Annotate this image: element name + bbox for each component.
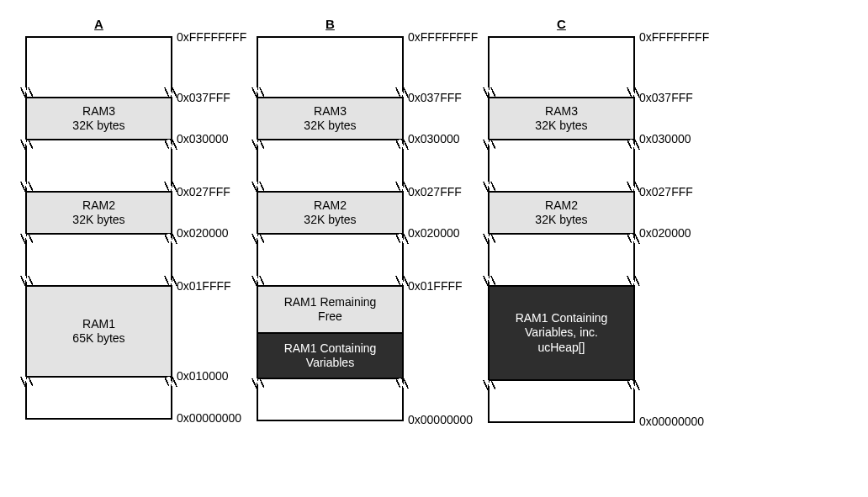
break-mark: [488, 140, 635, 149]
ram1-heap-l1: RAM1 Containing: [516, 311, 608, 326]
column-a-title: A: [94, 17, 103, 31]
ram1-free-l1: RAM1 Remaining: [284, 295, 377, 310]
column-a-stack: 0xFFFFFFFF 0x037FFF RAM3 32K bytes 0x030…: [25, 36, 172, 420]
addr-ram2-hi: 0x027FFF: [177, 185, 230, 200]
ram2-size: 32K bytes: [72, 213, 124, 228]
addr-ram3-hi: 0x037FFF: [177, 91, 230, 106]
gap-top: 0xFFFFFFFF: [488, 36, 635, 88]
break-mark: [488, 277, 635, 285]
ram2-block: 0x027FFF RAM2 32K bytes 0x020000: [257, 191, 404, 235]
ram1-block: 0x01FFFF RAM1 65K bytes 0x010000: [25, 285, 172, 378]
addr-ram3-lo: 0x030000: [408, 132, 460, 147]
addr-ram3-hi: 0x037FFF: [408, 91, 462, 106]
gap: [25, 149, 172, 182]
gap: [488, 243, 635, 277]
break-mark: [25, 277, 172, 285]
addr-ram2-hi: 0x027FFF: [408, 185, 462, 200]
ram3-size: 32K bytes: [72, 119, 124, 134]
ram2-size: 32K bytes: [535, 213, 587, 228]
ram3-size: 32K bytes: [535, 119, 587, 134]
addr-top: 0xFFFFFFFF: [177, 30, 246, 45]
addr-bottom: 0x00000000: [639, 415, 704, 430]
addr-ram1-mid: 0x01nnnn: [408, 326, 460, 341]
ram3-name: RAM3: [314, 104, 347, 119]
memory-map-column-c: C 0xFFFFFFFF 0x037FFF RAM3 32K bytes 0x0…: [488, 17, 635, 423]
ram2-block: 0x027FFF RAM2 32K bytes 0x020000: [488, 191, 635, 235]
addr-top: 0xFFFFFFFF: [639, 30, 709, 45]
ram2-size: 32K bytes: [304, 213, 356, 228]
break-mark: [488, 381, 635, 389]
ram3-name: RAM3: [545, 104, 578, 119]
addr-ram2-hi: 0x027FFF: [639, 185, 693, 200]
break-mark: [25, 235, 172, 243]
ram2-name: RAM2: [545, 198, 578, 214]
ram1-heap-l2: Variables, inc.: [525, 325, 598, 341]
column-c-title: C: [557, 17, 566, 31]
ram1-size: 65K bytes: [72, 331, 124, 346]
break-mark: [25, 88, 172, 97]
addr-bottom: 0x00000000: [408, 413, 473, 428]
addr-ram1-hi: 0x01FFFF: [639, 279, 694, 294]
break-mark: [257, 182, 404, 191]
memory-map-column-b: B 0xFFFFFFFF 0x037FFF RAM3 32K bytes 0x0…: [257, 17, 404, 423]
addr-ram2-lo: 0x020000: [408, 226, 460, 241]
gap-bottom: 0x00000000: [488, 389, 635, 423]
gap: [257, 149, 404, 182]
addr-ram2-lo: 0x020000: [639, 226, 691, 241]
break-mark: [257, 235, 404, 243]
ram3-block: 0x037FFF RAM3 32K bytes 0x030000: [25, 97, 172, 140]
ram3-size: 32K bytes: [304, 119, 356, 134]
break-mark: [257, 277, 404, 285]
gap-bottom: 0x00000000: [257, 388, 404, 421]
addr-ram3-lo: 0x030000: [177, 132, 229, 147]
ram1-free-block: 0x01FFFF RAM1 Remaining Free: [257, 285, 404, 332]
ram1-name: RAM1: [82, 317, 115, 332]
ram3-block: 0x037FFF RAM3 32K bytes 0x030000: [488, 97, 635, 140]
ram2-block: 0x027FFF RAM2 32K bytes 0x020000: [25, 191, 172, 235]
break-mark: [25, 140, 172, 149]
addr-ram1-hi: 0x01FFFF: [177, 279, 231, 294]
gap: [257, 243, 404, 277]
gap: [488, 149, 635, 182]
ram2-name: RAM2: [314, 198, 347, 214]
addr-top: 0xFFFFFFFF: [408, 30, 478, 45]
gap-top: 0xFFFFFFFF: [25, 36, 172, 88]
gap: [25, 243, 172, 277]
ram1-vars-block: 0x01nnnn RAM1 Containing Variables 0x010…: [257, 332, 404, 379]
break-mark: [488, 235, 635, 243]
addr-bottom: 0x00000000: [177, 411, 241, 426]
ram1-vars-l2: Variables: [306, 356, 354, 371]
column-b-stack: 0xFFFFFFFF 0x037FFF RAM3 32K bytes 0x030…: [257, 36, 404, 421]
ram1-vars-l1: RAM1 Containing: [284, 341, 377, 357]
break-mark: [25, 182, 172, 191]
break-mark: [257, 88, 404, 97]
addr-ram3-lo: 0x030000: [639, 132, 691, 147]
column-b-title: B: [326, 17, 335, 31]
addr-ram1-hi: 0x01FFFF: [408, 279, 463, 294]
ram1-heap-block: 0x01FFFF RAM1 Containing Variables, inc.…: [488, 285, 635, 381]
ram3-block: 0x037FFF RAM3 32K bytes 0x030000: [257, 97, 404, 140]
gap-bottom: 0x00000000: [25, 386, 172, 420]
ram3-name: RAM3: [82, 104, 115, 119]
addr-ram1-lo: 0x010000: [177, 369, 229, 384]
memory-map-column-a: A 0xFFFFFFFF 0x037FFF RAM3 32K bytes 0x0…: [25, 17, 172, 423]
addr-ram1-lo: 0x010000: [408, 371, 460, 386]
break-mark: [488, 182, 635, 191]
addr-ram3-hi: 0x037FFF: [639, 91, 693, 106]
addr-ram1-lo: 0x010000: [639, 373, 691, 388]
addr-ram2-lo: 0x020000: [177, 226, 229, 241]
column-c-stack: 0xFFFFFFFF 0x037FFF RAM3 32K bytes 0x030…: [488, 36, 635, 423]
break-mark: [257, 140, 404, 149]
break-mark: [257, 379, 404, 388]
ram2-name: RAM2: [82, 198, 115, 214]
break-mark: [488, 88, 635, 97]
ram1-free-l2: Free: [318, 309, 342, 325]
ram1-heap-l3: ucHeap[]: [537, 341, 585, 356]
break-mark: [25, 378, 172, 386]
gap-top: 0xFFFFFFFF: [257, 36, 404, 88]
